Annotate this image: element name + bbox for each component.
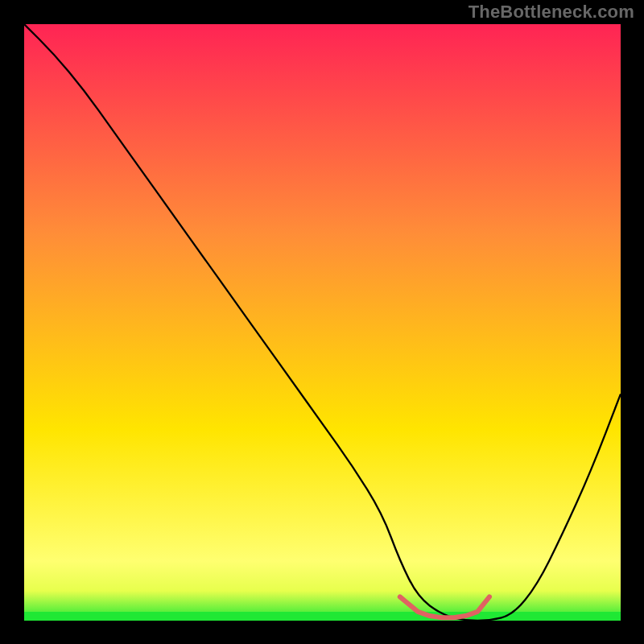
green-bottom-band bbox=[24, 612, 621, 621]
chart-frame: TheBottleneck.com bbox=[0, 0, 644, 644]
watermark-text: TheBottleneck.com bbox=[469, 2, 634, 23]
gradient-background bbox=[24, 24, 621, 621]
plot-area bbox=[24, 24, 621, 621]
plot-svg bbox=[24, 24, 621, 621]
